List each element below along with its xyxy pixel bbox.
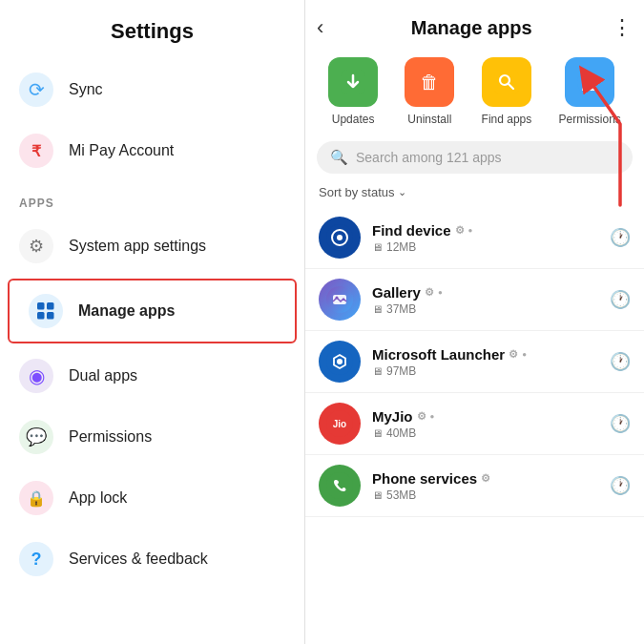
back-button[interactable]: ‹ [317,17,323,38]
sidebar-item-applock[interactable]: 🔒 App lock [0,467,304,529]
quick-actions-row: Updates 🗑 Uninstall Find apps [305,50,644,137]
ms-launcher-name: Microsoft Launcher ⚙ ● [372,346,610,363]
svg-rect-2 [37,312,45,320]
search-bar[interactable]: 🔍 Search among 121 apps [317,141,633,174]
app-list: Find device ⚙ ● 🖥 12MB 🕐 [305,207,644,644]
gallery-dot-icon: ● [438,288,443,297]
ms-launcher-size: 🖥 97MB [372,364,610,378]
applock-icon: 🔒 [19,481,53,515]
services-label: Services & feedback [69,551,208,568]
find-device-dot-icon: ● [468,226,473,235]
find-device-settings-icon: ⚙ [455,224,465,237]
updates-action[interactable]: Updates [328,57,378,126]
services-icon: ? [19,542,53,576]
gallery-size: 🖥 37MB [372,302,610,316]
myjio-info: MyJio ⚙ ● 🖥 40MB [372,408,610,440]
mipay-label: Mi Pay Account [69,142,174,159]
svg-point-15 [336,297,339,300]
left-panel: Settings ⟳ Sync ₹ Mi Pay Account APPS ⚙ … [0,0,305,644]
sync-icon: ⟳ [19,73,53,107]
phone-services-time-icon: 🕐 [610,475,631,496]
find-apps-label: Find apps [482,113,532,126]
permissions-icon: 💬 [19,420,53,454]
svg-point-21 [326,472,353,499]
app-item-myjio[interactable]: Jio MyJio ⚙ ● 🖥 40MB 🕐 [305,393,644,455]
sidebar-item-sync[interactable]: ⟳ Sync [0,59,304,120]
find-device-name: Find device ⚙ ● [372,222,610,239]
permissions-action[interactable]: Permissions [559,57,621,126]
dual-apps-icon: ◉ [19,359,53,393]
svg-rect-3 [47,312,54,320]
gallery-icon [319,279,361,321]
updates-label: Updates [332,113,375,126]
myjio-size: 🖥 40MB [372,426,610,440]
uninstall-icon: 🗑 [405,57,454,107]
manage-apps-title: Manage apps [331,17,612,39]
manage-apps-icon [29,294,63,328]
dual-apps-label: Dual apps [69,367,137,384]
right-header: ‹ Manage apps ⋮ [305,0,644,50]
settings-title: Settings [0,0,304,59]
svg-point-12 [337,235,343,240]
updates-icon [328,57,378,107]
myjio-name: MyJio ⚙ ● [372,408,610,425]
gallery-name: Gallery ⚙ ● [372,284,610,301]
search-icon: 🔍 [330,149,348,166]
sort-chevron-icon: ⌄ [398,186,406,198]
sidebar-item-system-app[interactable]: ⚙ System app settings [0,216,304,277]
gallery-settings-icon: ⚙ [425,286,434,299]
mipay-icon: ₹ [19,134,53,168]
myjio-time-icon: 🕐 [610,413,631,434]
find-apps-action[interactable]: Find apps [482,57,532,126]
app-item-gallery[interactable]: Gallery ⚙ ● 🖥 37MB 🕐 [305,269,644,331]
sidebar-item-dual-apps[interactable]: ◉ Dual apps [0,345,304,406]
sidebar-item-manage-apps[interactable]: Manage apps [8,279,297,343]
applock-label: App lock [69,489,127,507]
phone-services-settings-icon: ⚙ [481,472,490,485]
permissions-quick-label: Permissions [559,113,621,126]
uninstall-action[interactable]: 🗑 Uninstall [405,57,454,126]
more-options-button[interactable]: ⋮ [612,15,633,40]
app-item-ms-launcher[interactable]: Microsoft Launcher ⚙ ● 🖥 97MB 🕐 [305,331,644,393]
gallery-info: Gallery ⚙ ● 🖥 37MB [372,284,610,316]
sidebar-item-services[interactable]: ? Services & feedback [0,529,304,590]
permissions-quick-icon [565,57,614,107]
svg-rect-1 [47,302,54,310]
find-device-info: Find device ⚙ ● 🖥 12MB [372,222,610,254]
sort-label: Sort by status [319,185,394,199]
myjio-icon: Jio [319,403,361,445]
svg-point-18 [337,359,343,364]
find-apps-icon [482,57,531,107]
manage-apps-label: Manage apps [78,302,175,320]
svg-point-9 [586,75,593,83]
ms-launcher-icon [319,341,361,383]
sidebar-item-permissions[interactable]: 💬 Permissions [0,406,304,467]
find-device-icon [319,217,361,259]
sidebar-item-mipay[interactable]: ₹ Mi Pay Account [0,120,304,181]
app-item-phone-services[interactable]: Phone services ⚙ 🖥 53MB 🕐 [305,455,644,517]
ms-launcher-dot-icon: ● [522,350,527,359]
gallery-time-icon: 🕐 [610,289,631,310]
system-app-icon: ⚙ [19,229,53,263]
svg-text:Jio: Jio [333,419,346,429]
phone-services-name: Phone services ⚙ [372,470,610,487]
system-app-label: System app settings [69,238,206,255]
svg-rect-0 [37,302,45,310]
app-item-find-device[interactable]: Find device ⚙ ● 🖥 12MB 🕐 [305,207,644,269]
phone-services-icon [319,465,361,507]
right-panel-wrapper: ‹ Manage apps ⋮ Updates 🗑 Uninstall [305,0,644,644]
myjio-settings-icon: ⚙ [417,410,426,423]
uninstall-label: Uninstall [407,113,451,126]
find-device-time-icon: 🕐 [610,227,631,248]
svg-rect-5 [494,70,519,94]
find-device-size: 🖥 12MB [372,240,610,254]
search-placeholder-text: Search among 121 apps [356,150,502,165]
permissions-label: Permissions [69,428,152,446]
right-panel: ‹ Manage apps ⋮ Updates 🗑 Uninstall [305,0,644,644]
phone-services-info: Phone services ⚙ 🖥 53MB [372,470,610,502]
sync-label: Sync [69,81,103,98]
apps-section-label: APPS [0,181,304,216]
ms-launcher-settings-icon: ⚙ [509,348,518,361]
sort-bar[interactable]: Sort by status ⌄ [305,181,644,207]
myjio-dot-icon: ● [430,412,435,421]
